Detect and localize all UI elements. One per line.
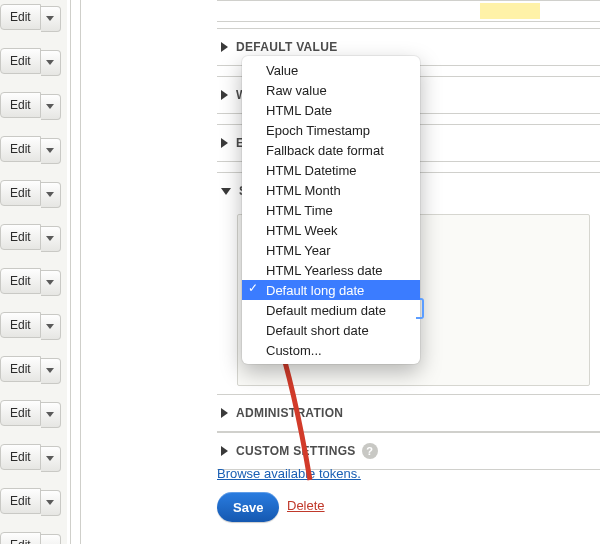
- caret-down-icon: [46, 16, 54, 21]
- edit-dropdown-toggle[interactable]: [41, 182, 61, 208]
- edit-dropdown-toggle[interactable]: [41, 314, 61, 340]
- caret-down-icon: [46, 104, 54, 109]
- menu-item[interactable]: HTML Month: [242, 180, 420, 200]
- edit-dropdown-toggle[interactable]: [41, 446, 61, 472]
- menu-item[interactable]: HTML Year: [242, 240, 420, 260]
- edit-split-button[interactable]: Edit: [0, 488, 61, 516]
- edit-button[interactable]: Edit: [0, 488, 41, 514]
- edit-dropdown-toggle[interactable]: [41, 138, 61, 164]
- menu-item[interactable]: Default medium date: [242, 300, 420, 320]
- edit-dropdown-toggle[interactable]: [41, 358, 61, 384]
- edit-dropdown-toggle[interactable]: [41, 226, 61, 252]
- edit-split-button[interactable]: Edit: [0, 224, 61, 252]
- section-custom-settings[interactable]: CUSTOM SETTINGS ?: [217, 432, 600, 470]
- edit-split-button[interactable]: Edit: [0, 48, 61, 76]
- menu-item[interactable]: HTML Datetime: [242, 160, 420, 180]
- edit-split-button[interactable]: Edit: [0, 400, 61, 428]
- caret-down-icon: [46, 368, 54, 373]
- edit-split-button[interactable]: Edit: [0, 268, 61, 296]
- caret-down-icon: [46, 412, 54, 417]
- menu-item[interactable]: Custom...: [242, 340, 420, 360]
- edit-button[interactable]: Edit: [0, 136, 41, 162]
- section-label: ADMINISTRATION: [236, 406, 343, 420]
- divider: [80, 0, 81, 544]
- caret-down-icon: [46, 236, 54, 241]
- caret-down-icon: [46, 60, 54, 65]
- chevron-right-icon: [221, 446, 228, 456]
- browse-tokens-link[interactable]: Browse available tokens.: [217, 466, 361, 481]
- edit-dropdown-toggle[interactable]: [41, 402, 61, 428]
- edit-button[interactable]: Edit: [0, 400, 41, 426]
- edit-dropdown-toggle[interactable]: [41, 490, 61, 516]
- edit-split-button[interactable]: Edit: [0, 4, 61, 32]
- chevron-right-icon: [221, 90, 228, 100]
- menu-item[interactable]: HTML Time: [242, 200, 420, 220]
- edit-split-button[interactable]: Edit: [0, 312, 61, 340]
- edit-button[interactable]: Edit: [0, 268, 41, 294]
- menu-item[interactable]: Fallback date format: [242, 140, 420, 160]
- edit-button[interactable]: Edit: [0, 444, 41, 470]
- edit-button[interactable]: Edit: [0, 532, 41, 544]
- delete-link[interactable]: Delete: [287, 498, 325, 513]
- chevron-right-icon: [221, 42, 228, 52]
- section-administration[interactable]: ADMINISTRATION: [217, 394, 600, 432]
- edit-dropdown-toggle[interactable]: [41, 270, 61, 296]
- edit-button[interactable]: Edit: [0, 4, 41, 30]
- edit-button[interactable]: Edit: [0, 312, 41, 338]
- chevron-right-icon: [221, 138, 228, 148]
- highlight-marker: [480, 3, 540, 19]
- menu-item[interactable]: HTML Week: [242, 220, 420, 240]
- caret-down-icon: [46, 324, 54, 329]
- caret-down-icon: [46, 192, 54, 197]
- edit-dropdown-toggle[interactable]: [41, 6, 61, 32]
- caret-down-icon: [46, 148, 54, 153]
- edit-button[interactable]: Edit: [0, 224, 41, 250]
- edit-split-button[interactable]: Edit: [0, 180, 61, 208]
- edit-dropdown-toggle[interactable]: [41, 50, 61, 76]
- divider: [70, 0, 71, 544]
- edit-split-button[interactable]: Edit: [0, 356, 61, 384]
- caret-down-icon: [46, 456, 54, 461]
- edit-split-button[interactable]: Edit: [0, 532, 61, 544]
- edit-dropdown-toggle[interactable]: [41, 534, 61, 545]
- caret-down-icon: [46, 280, 54, 285]
- menu-item[interactable]: Default short date: [242, 320, 420, 340]
- edit-button[interactable]: Edit: [0, 356, 41, 382]
- edit-split-button[interactable]: Edit: [0, 92, 61, 120]
- top-row: [217, 0, 600, 22]
- chevron-down-icon: [221, 188, 231, 195]
- edit-button[interactable]: Edit: [0, 92, 41, 118]
- section-label: CUSTOM SETTINGS: [236, 444, 356, 458]
- chevron-right-icon: [221, 408, 228, 418]
- edit-dropdown-toggle[interactable]: [41, 94, 61, 120]
- menu-item[interactable]: Epoch Timestamp: [242, 120, 420, 140]
- caret-down-icon: [46, 500, 54, 505]
- menu-item[interactable]: HTML Date: [242, 100, 420, 120]
- edit-button[interactable]: Edit: [0, 180, 41, 206]
- help-icon[interactable]: ?: [362, 443, 378, 459]
- menu-item[interactable]: Raw value: [242, 80, 420, 100]
- save-button[interactable]: Save: [217, 492, 279, 522]
- edit-button[interactable]: Edit: [0, 48, 41, 74]
- menu-item[interactable]: Value: [242, 60, 420, 80]
- menu-item[interactable]: Default long date: [242, 280, 420, 300]
- edit-split-button[interactable]: Edit: [0, 136, 61, 164]
- section-label: DEFAULT VALUE: [236, 40, 337, 54]
- edit-split-button[interactable]: Edit: [0, 444, 61, 472]
- format-dropdown-menu[interactable]: ValueRaw valueHTML DateEpoch TimestampFa…: [242, 56, 420, 364]
- menu-item[interactable]: HTML Yearless date: [242, 260, 420, 280]
